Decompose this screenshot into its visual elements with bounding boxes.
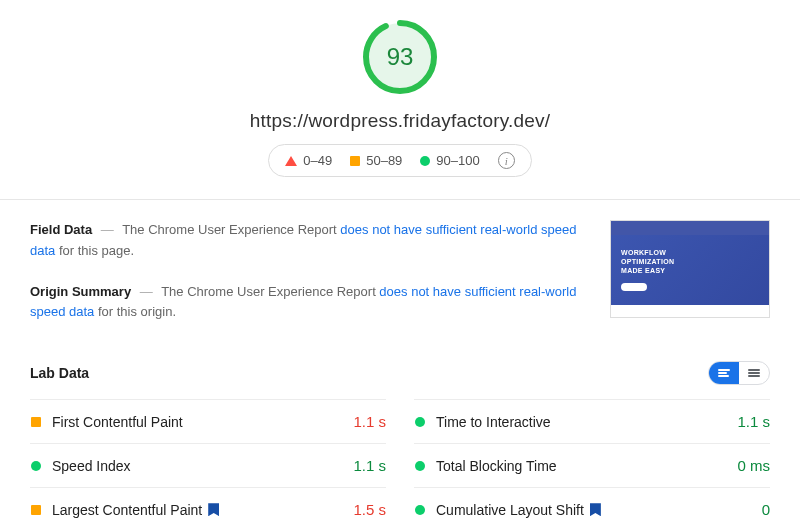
circle-icon <box>414 461 426 471</box>
toggle-compact-icon[interactable] <box>709 362 739 384</box>
metric-name: Largest Contentful Paint <box>52 502 343 518</box>
thumb-line3: MADE EASY <box>621 267 759 276</box>
triangle-icon <box>285 156 297 166</box>
field-data-post: for this page. <box>55 243 134 258</box>
circle-icon <box>414 417 426 427</box>
field-data-block: Field Data — The Chrome User Experience … <box>30 220 586 262</box>
field-data-pre: The Chrome User Experience Report <box>122 222 340 237</box>
metric-row: Largest Contentful Paint1.5 s <box>30 487 386 525</box>
metric-name: Speed Index <box>52 458 343 474</box>
square-icon <box>30 417 42 427</box>
legend-good-label: 90–100 <box>436 153 479 168</box>
metric-row: Time to Interactive1.1 s <box>414 399 770 443</box>
legend-poor-label: 0–49 <box>303 153 332 168</box>
tested-url: https://wordpress.fridayfactory.dev/ <box>250 110 550 132</box>
score-legend: 0–49 50–89 90–100 i <box>268 144 531 177</box>
legend-good: 90–100 <box>420 153 479 168</box>
field-data-label: Field Data <box>30 222 92 237</box>
circle-icon <box>414 505 426 515</box>
thumb-line1: WORKFLOW <box>621 249 759 258</box>
circle-icon <box>30 461 42 471</box>
origin-summary-block: Origin Summary — The Chrome User Experie… <box>30 282 586 324</box>
metric-value: 1.1 s <box>353 413 386 430</box>
view-toggle[interactable] <box>708 361 770 385</box>
circle-icon <box>420 156 430 166</box>
page-screenshot-thumbnail[interactable]: WORKFLOW OPTIMIZATION MADE EASY <box>610 220 770 318</box>
metric-row: Speed Index1.1 s <box>30 443 386 487</box>
square-icon <box>350 156 360 166</box>
thumb-line2: OPTIMIZATION <box>621 258 759 267</box>
metric-name: Cumulative Layout Shift <box>436 502 752 518</box>
performance-score: 93 <box>361 18 439 96</box>
metric-value: 1.1 s <box>353 457 386 474</box>
origin-summary-pre: The Chrome User Experience Report <box>161 284 379 299</box>
legend-poor: 0–49 <box>285 153 332 168</box>
metric-name: First Contentful Paint <box>52 414 343 430</box>
metric-value: 0 ms <box>737 457 770 474</box>
bookmark-icon <box>208 503 219 516</box>
origin-summary-post: for this origin. <box>94 304 176 319</box>
info-icon[interactable]: i <box>498 152 515 169</box>
metric-name: Time to Interactive <box>436 414 727 430</box>
legend-avg-label: 50–89 <box>366 153 402 168</box>
origin-summary-label: Origin Summary <box>30 284 131 299</box>
performance-gauge: 93 <box>361 18 439 96</box>
metric-row: Cumulative Layout Shift0 <box>414 487 770 525</box>
metric-value: 1.5 s <box>353 501 386 518</box>
metric-row: Total Blocking Time0 ms <box>414 443 770 487</box>
lab-data-heading: Lab Data <box>30 365 89 381</box>
metric-value: 1.1 s <box>737 413 770 430</box>
metric-name: Total Blocking Time <box>436 458 727 474</box>
square-icon <box>30 505 42 515</box>
metric-value: 0 <box>762 501 770 518</box>
toggle-expanded-icon[interactable] <box>739 362 769 384</box>
metric-row: First Contentful Paint1.1 s <box>30 399 386 443</box>
bookmark-icon <box>590 503 601 516</box>
legend-average: 50–89 <box>350 153 402 168</box>
